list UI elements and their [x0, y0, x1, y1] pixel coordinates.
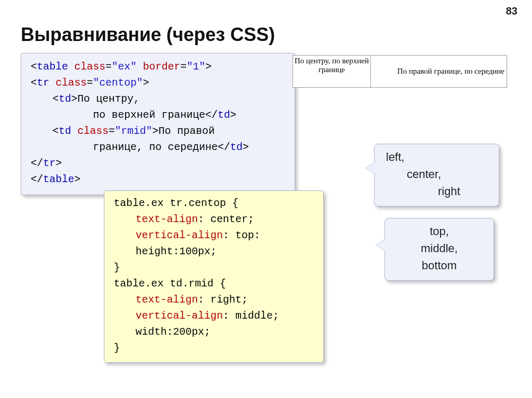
demo-output-table: По центру, по верхней границе По правой …: [292, 55, 507, 88]
demo-cell-centop: По центру, по верхней границе: [293, 56, 371, 88]
page-number: 83: [506, 5, 517, 17]
html-code-block: <table class="ex" border="1"> <tr class=…: [21, 53, 295, 195]
callout-text-align-values: left, center, right: [374, 144, 499, 207]
callout-tail-icon: [366, 162, 375, 174]
callout-tail-icon: [376, 239, 385, 251]
css-code-block: table.ex tr.centop { text-align: center;…: [104, 190, 324, 363]
callout-vertical-align-values: top, middle, bottom: [384, 218, 494, 281]
page-title: Выравнивание (через CSS): [21, 24, 275, 46]
demo-cell-rmid: По правой границе, по середине: [371, 56, 507, 88]
